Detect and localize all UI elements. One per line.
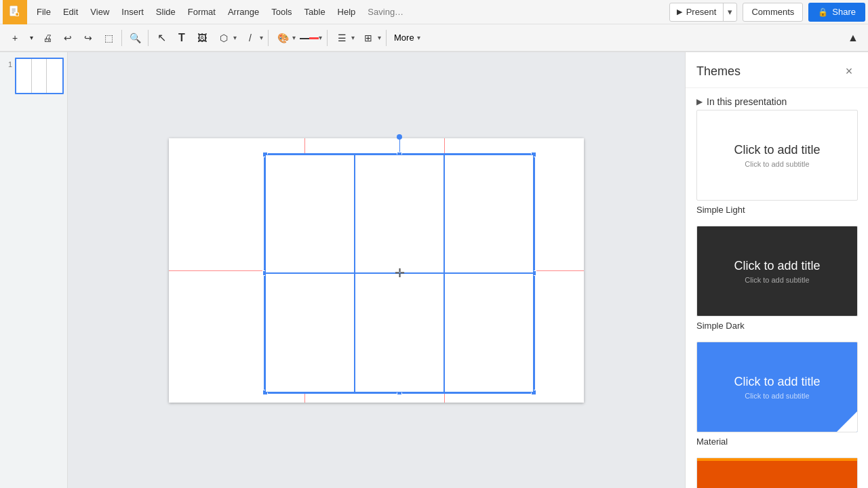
toolbar-line-color-arrow: ▾: [319, 34, 322, 41]
theme-item-simple-dark: Click to add title Click to add subtitle…: [696, 226, 857, 331]
toolbar-align[interactable]: ☰ ▾: [331, 28, 356, 47]
toolbar-align-arrow: ▾: [351, 34, 355, 41]
toolbar-cursor[interactable]: ↖: [152, 28, 171, 47]
theme-item-material: Click to add title Click to add subtitle…: [696, 342, 857, 447]
theme-item-orange: Click to add title Click to add subtitle…: [696, 458, 857, 488]
toolbar-lines-arrow: ▾: [260, 34, 263, 41]
toolbar-more-label: More: [391, 33, 417, 43]
toolbar-shapes[interactable]: ⬡ ▾: [213, 28, 238, 47]
themes-close-button[interactable]: ×: [841, 63, 857, 79]
toolbar-divider-2: [148, 30, 149, 46]
toolbar-zoom[interactable]: 🔍: [125, 28, 144, 47]
toolbar-divider-5: [386, 30, 387, 46]
selected-table[interactable]: ✛: [264, 153, 535, 394]
toolbar-lines[interactable]: / ▾: [239, 28, 264, 47]
theme-name-material: Material: [696, 436, 857, 447]
toolbar-format-paint[interactable]: ⬚: [99, 28, 118, 47]
toolbar-spacing-btn: ⊞: [359, 28, 378, 47]
theme-item-simple-light: Click to add title Click to add subtitle…: [696, 110, 857, 215]
present-dropdown-arrow[interactable]: ▾: [723, 3, 736, 21]
slide-col-1: [16, 59, 32, 93]
toolbar-more-arrow: ▾: [417, 34, 420, 41]
table-cell-4[interactable]: [265, 273, 355, 392]
theme-thumbnail-material[interactable]: Click to add title Click to add subtitle: [696, 342, 858, 432]
themes-header: Themes ×: [686, 52, 868, 88]
toolbar-new[interactable]: +: [5, 28, 24, 47]
theme-name-simple-light: Simple Light: [696, 205, 857, 215]
menu-slide[interactable]: Slide: [151, 4, 181, 20]
saving-indicator: Saving…: [368, 7, 403, 17]
table-cell-1[interactable]: [265, 155, 355, 274]
slide-thumb-container: 1: [3, 58, 64, 94]
theme-thumbnail-orange[interactable]: Click to add title Click to add subtitle: [696, 458, 858, 488]
svg-marker-5: [16, 12, 19, 16]
themes-content: ▶ In this presentation Click to add titl…: [686, 88, 868, 488]
toolbar-spacing-arrow: ▾: [378, 34, 381, 41]
menu-format[interactable]: Format: [182, 4, 221, 20]
app-logo: [3, 0, 27, 24]
toolbar-new-dropdown[interactable]: ▾: [26, 28, 37, 47]
toolbar-redo[interactable]: ↪: [79, 28, 98, 47]
theme-material-title: Click to add title: [734, 375, 820, 389]
toolbar-divider-1: [121, 30, 122, 46]
theme-thumbnail-simple-light[interactable]: Click to add title Click to add subtitle: [696, 110, 858, 201]
canvas-area[interactable]: ✛: [68, 52, 685, 488]
toolbar-spacing[interactable]: ⊞ ▾: [357, 28, 382, 47]
slide-number-1: 1: [3, 58, 12, 68]
table-cell-2[interactable]: [355, 155, 444, 274]
menu-view[interactable]: View: [85, 4, 115, 20]
slide-panel: 1: [0, 52, 68, 488]
theme-simple-light-sub: Click to add subtitle: [745, 160, 809, 168]
menu-tools[interactable]: Tools: [266, 4, 297, 20]
toolbar-fill-color[interactable]: 🎨 ▾: [272, 28, 297, 47]
theme-thumbnail-simple-dark[interactable]: Click to add title Click to add subtitle: [696, 226, 858, 317]
theme-material-corner: [837, 411, 857, 432]
move-cursor-icon: ✛: [395, 266, 405, 281]
menu-insert[interactable]: Insert: [116, 4, 149, 20]
toolbar-shapes-arrow: ▾: [233, 34, 237, 41]
in-presentation-section[interactable]: ▶ In this presentation: [696, 94, 857, 110]
toolbar-align-btn: ☰: [332, 28, 351, 47]
theme-material-sub: Click to add subtitle: [745, 392, 809, 400]
toolbar-line-color[interactable]: ▾: [298, 28, 323, 47]
theme-simple-dark-sub: Click to add subtitle: [745, 276, 809, 284]
toolbar-undo[interactable]: ↩: [58, 28, 77, 47]
in-presentation-label: In this presentation: [707, 96, 787, 107]
comments-button[interactable]: Comments: [743, 3, 803, 22]
toolbar-collapse[interactable]: ▲: [844, 28, 863, 47]
share-button[interactable]: 🔒 Share: [808, 3, 865, 22]
theme-simple-dark-title: Click to add title: [734, 259, 820, 273]
present-button[interactable]: ▶ Present ▾: [669, 3, 738, 22]
toolbar-more[interactable]: More ▾: [390, 28, 422, 47]
toolbar-divider-4: [327, 30, 328, 46]
toolbar-image[interactable]: 🖼: [193, 28, 212, 47]
theme-orange-top-line: [697, 458, 857, 461]
table-cell-5[interactable]: [355, 273, 444, 392]
slide-thumbnail-1[interactable]: [15, 58, 64, 94]
themes-title: Themes: [696, 64, 741, 79]
slide-canvas[interactable]: ✛: [169, 138, 584, 403]
rotation-handle[interactable]: [397, 134, 402, 140]
theme-simple-light-title: Click to add title: [734, 143, 820, 157]
menu-file[interactable]: File: [31, 4, 56, 20]
slide-col-2: [32, 59, 47, 93]
menu-help[interactable]: Help: [332, 4, 361, 20]
toolbar-print[interactable]: 🖨: [38, 28, 57, 47]
table-cell-6[interactable]: [444, 273, 534, 392]
in-presentation-arrow: ▶: [696, 97, 703, 106]
toolbar-text[interactable]: T: [172, 28, 191, 47]
toolbar-line-icon: [300, 28, 319, 47]
menu-edit[interactable]: Edit: [58, 4, 83, 20]
toolbar-lines-btn: /: [241, 28, 260, 47]
theme-name-simple-dark: Simple Dark: [696, 321, 857, 331]
menu-table[interactable]: Table: [299, 4, 331, 20]
toolbar-fill-icon: 🎨: [273, 28, 292, 47]
toolbar-shapes-btn: ⬡: [214, 28, 233, 47]
menu-arrange[interactable]: Arrange: [222, 4, 264, 20]
table-cell-3[interactable]: [444, 155, 534, 274]
themes-panel: Themes × ▶ In this presentation Click to…: [685, 52, 868, 488]
toolbar-divider-3: [268, 30, 269, 46]
slide-col-3: [47, 59, 62, 93]
toolbar-fill-arrow: ▾: [292, 34, 296, 41]
